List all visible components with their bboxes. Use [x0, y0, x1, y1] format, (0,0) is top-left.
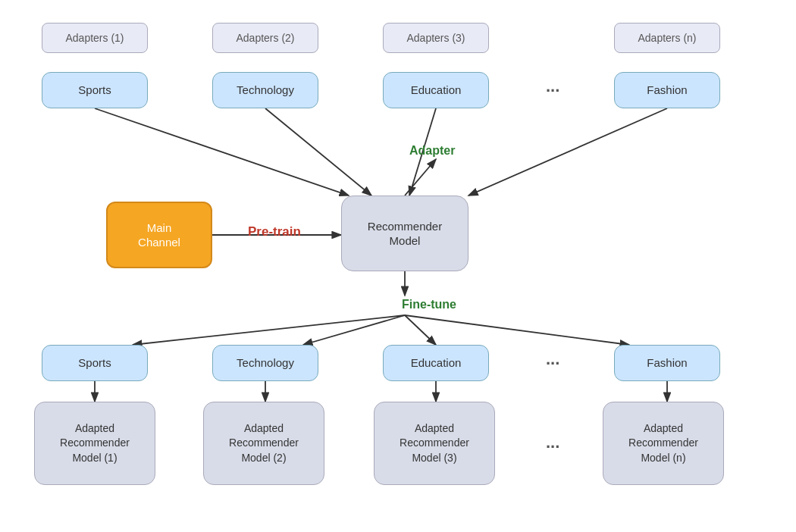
dots-top: ··· — [546, 81, 559, 101]
adapter-label-4: Adapters (n) — [614, 23, 720, 53]
svg-line-11 — [405, 315, 629, 345]
dots-bottom: ··· — [546, 354, 559, 374]
svg-line-2 — [265, 108, 371, 196]
adapted-model-1: AdaptedRecommenderModel (1) — [34, 402, 155, 485]
channel-bottom-1: Sports — [42, 345, 148, 381]
svg-line-5 — [405, 159, 436, 196]
adapter-label-1: Adapters (1) — [42, 23, 148, 53]
adapter-label-3: Adapters (3) — [383, 23, 489, 53]
svg-line-8 — [133, 315, 405, 345]
channel-bottom-4: Fashion — [614, 345, 720, 381]
channel-bottom-3: Education — [383, 345, 489, 381]
adapted-model-2: AdaptedRecommenderModel (2) — [203, 402, 324, 485]
channel-bottom-2: Technology — [212, 345, 318, 381]
adapter-label: Adapter — [409, 144, 455, 158]
svg-line-9 — [303, 315, 405, 345]
svg-line-4 — [469, 108, 667, 196]
finetune-label: Fine-tune — [402, 298, 456, 311]
channel-top-4: Fashion — [614, 72, 720, 108]
adapter-label-2: Adapters (2) — [212, 23, 318, 53]
diagram: Adapters (1)Adapters (2)Adapters (3)Adap… — [0, 0, 796, 532]
adapted-model-4: AdaptedRecommenderModel (n) — [603, 402, 724, 485]
dots-adapted: ··· — [546, 437, 559, 457]
svg-line-1 — [95, 108, 349, 196]
pretrain-label: Pre-train — [248, 224, 301, 239]
channel-top-2: Technology — [212, 72, 318, 108]
adapted-model-3: AdaptedRecommenderModel (3) — [374, 402, 495, 485]
recommender-model-node: RecommenderModel — [341, 196, 469, 271]
channel-top-3: Education — [383, 72, 489, 108]
svg-line-10 — [405, 315, 436, 345]
channel-top-1: Sports — [42, 72, 148, 108]
main-channel-node: MainChannel — [106, 202, 212, 268]
